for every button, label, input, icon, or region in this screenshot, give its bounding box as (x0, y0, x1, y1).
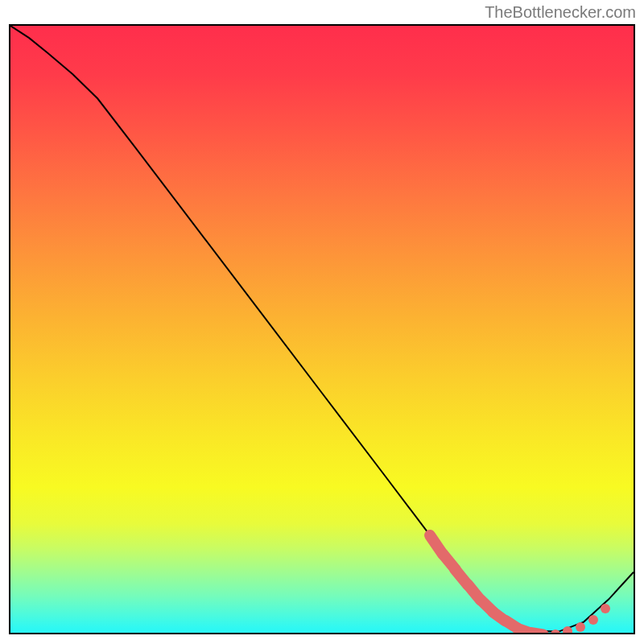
marker-dot (551, 630, 560, 634)
chart-plot-area (9, 24, 635, 634)
marker-dot (563, 626, 572, 634)
chart-background-gradient (10, 26, 634, 633)
marker-dot (601, 604, 610, 613)
marker-dot (576, 622, 585, 632)
marker-dot (538, 630, 547, 634)
marker-dot (526, 628, 535, 634)
attribution-text: TheBottlenecker.com (485, 3, 636, 22)
marker-dot (588, 615, 598, 625)
